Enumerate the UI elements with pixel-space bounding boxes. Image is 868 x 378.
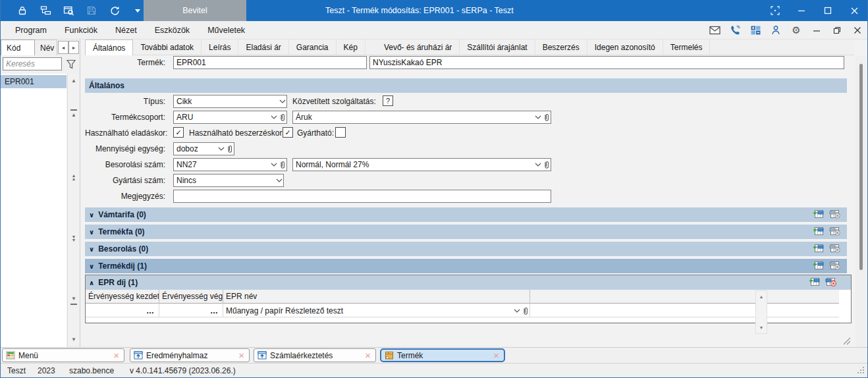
termekcsoport-name-combo[interactable]: Áruk — [292, 111, 551, 124]
hierarchy-icon[interactable] — [40, 5, 51, 16]
section-header-vamtarifa[interactable]: ∨ Vámtarifa (0) — [85, 207, 847, 222]
tab-idegen-azonosito[interactable]: Idegen azonosító — [587, 40, 663, 55]
phone-icon[interactable] — [729, 24, 741, 36]
column-header-ervenyesseg-vege[interactable]: Érvényesség vége — [159, 290, 223, 304]
window-resize-grip[interactable] — [857, 366, 865, 377]
save-icon[interactable] — [86, 5, 97, 16]
user-icon[interactable] — [770, 24, 782, 36]
scroll-up-icon[interactable]: ▲ — [68, 76, 80, 86]
vege-cell[interactable]: … — [159, 304, 223, 317]
epr-nev-combo[interactable]: Műanyag / papír Részletező teszt — [223, 306, 529, 315]
scrollbar-thumb[interactable] — [859, 64, 863, 270]
gyarthato-checkbox[interactable] — [335, 127, 346, 138]
column-header-epr-nev[interactable]: EPR név — [223, 290, 530, 304]
titlebar[interactable]: Bevitel Teszt - Termék módosítás: EPR001… — [1, 0, 867, 21]
resize-grip-icon[interactable] — [843, 337, 851, 347]
eladaskor-checkbox[interactable]: ✓ — [173, 127, 184, 138]
gyartasi-combo[interactable]: Nincs — [173, 174, 284, 187]
delete-row-icon[interactable] — [829, 261, 840, 270]
delete-row-icon[interactable] — [829, 227, 840, 236]
close-tab-icon[interactable]: × — [492, 351, 501, 360]
close-button[interactable] — [841, 0, 867, 21]
chevron-down-icon[interactable] — [533, 111, 542, 123]
add-row-icon[interactable] — [813, 227, 824, 236]
mennyisegi-combo[interactable]: doboz — [173, 142, 234, 155]
add-row-icon[interactable] — [813, 244, 824, 253]
close-tab-icon[interactable]: × — [112, 351, 121, 360]
maximize-button[interactable] — [815, 0, 841, 21]
chevron-down-icon[interactable] — [275, 175, 283, 186]
section-header-termekfa[interactable]: ∨ Termékfa (0) — [85, 225, 847, 239]
chevron-down-icon[interactable] — [269, 159, 278, 171]
paperclip-icon[interactable] — [278, 111, 286, 123]
bottom-tab-menu[interactable]: Menü × — [2, 348, 124, 362]
besorolasi-code-combo[interactable]: NN27 — [173, 158, 287, 171]
restore-icon[interactable] — [831, 24, 843, 36]
first-record-icon[interactable]: ▲ — [68, 108, 80, 117]
toolbar-dropdown-caret[interactable] — [132, 5, 144, 16]
bottom-tab-termek[interactable]: Termék × — [380, 348, 505, 362]
menu-program[interactable]: Program — [15, 26, 47, 35]
search-input[interactable] — [3, 57, 62, 70]
sidebar-prev-tab-button[interactable]: ◂ — [58, 41, 68, 54]
tab-szallitoi-arajanlat[interactable]: Szállítói árajánlat — [460, 40, 535, 55]
tab-leiras[interactable]: Leírás — [202, 40, 238, 55]
kozvetitett-checkbox[interactable]: ? — [383, 95, 393, 106]
beszerzeskor-checkbox[interactable]: ✓ — [283, 127, 293, 138]
close-tab-icon[interactable]: × — [364, 351, 372, 360]
epr-table-scrollbar[interactable]: ▲ ▼ — [755, 290, 767, 334]
refresh-icon[interactable] — [109, 5, 121, 16]
menu-nezet[interactable]: Nézet — [115, 26, 137, 35]
product-name-input[interactable] — [369, 56, 844, 69]
chevron-down-icon[interactable] — [512, 309, 521, 313]
scroll-up-icon[interactable]: ▲ — [756, 292, 767, 301]
chevron-down-icon[interactable] — [269, 111, 278, 123]
tab-kep[interactable]: Kép — [337, 40, 366, 55]
calculator-icon[interactable] — [749, 24, 761, 36]
bottom-tab-szamlaerkeztetes[interactable]: Számlaérkeztetés × — [254, 348, 376, 362]
filter-icon[interactable] — [65, 58, 77, 70]
epr-nev-cell[interactable]: Műanyag / papír Részletező teszt — [223, 304, 530, 317]
close-icon[interactable] — [852, 24, 863, 36]
besorolasi-name-combo[interactable]: Normál, Normál 27% — [292, 158, 551, 171]
termekcsoport-code-combo[interactable]: ARU — [173, 111, 287, 124]
tipus-combo[interactable]: Cikk — [173, 95, 287, 108]
sidebar-next-tab-button[interactable]: ▸ — [68, 41, 79, 54]
sidebar-tab-nev[interactable]: Név — [35, 40, 57, 55]
bottom-tab-eredmenyhalmaz[interactable]: Eredményhalmaz × — [130, 348, 250, 362]
tab-termeles[interactable]: Termelés — [663, 40, 711, 55]
paperclip-icon[interactable] — [542, 111, 551, 123]
product-code-input[interactable] — [173, 56, 367, 69]
epr-table-row[interactable]: … … Műanyag / papír Részletező teszt — [86, 304, 839, 317]
column-header-ervenyesseg-kezdete[interactable]: Érvényesség kezdete — [86, 290, 159, 304]
minimize-icon[interactable] — [811, 24, 823, 36]
tab-tovabbi-adatok[interactable]: További adatok — [133, 40, 202, 55]
gear-icon[interactable]: ⚙ — [790, 24, 802, 36]
delete-row-icon[interactable] — [825, 277, 836, 286]
paperclip-icon[interactable] — [278, 159, 286, 171]
chevron-down-icon[interactable] — [217, 143, 225, 155]
main-scrollbar[interactable] — [855, 56, 867, 347]
mail-icon[interactable] — [709, 24, 720, 36]
tab-eladasi-ar[interactable]: Eladási ár — [238, 40, 288, 55]
minimize-button[interactable] — [788, 0, 815, 21]
page-up-icon[interactable]: ▲▲ — [68, 173, 80, 182]
paperclip-icon[interactable] — [542, 159, 551, 171]
add-row-icon[interactable] — [809, 277, 820, 286]
megjegyzes-input[interactable] — [173, 190, 551, 203]
ellipsis-button[interactable]: … — [210, 305, 223, 317]
add-row-icon[interactable] — [813, 261, 824, 270]
chevron-down-icon[interactable] — [533, 159, 542, 171]
list-item[interactable]: EPR001 — [1, 75, 67, 88]
sidebar-tab-kod[interactable]: Kód — [1, 40, 35, 55]
close-tab-icon[interactable]: × — [237, 351, 246, 360]
capture-icon[interactable] — [762, 0, 788, 21]
tab-vevo-es-aruhazi-ar[interactable]: Vevő- és áruházi ár — [377, 40, 460, 55]
menu-muveletek[interactable]: Műveletek — [207, 26, 245, 35]
chevron-down-icon[interactable] — [278, 95, 286, 107]
paperclip-icon[interactable] — [225, 143, 234, 155]
window-search-icon[interactable] — [63, 5, 74, 16]
menu-eszkozok[interactable]: Eszközök — [155, 26, 190, 35]
lock-icon[interactable] — [16, 5, 28, 16]
kezdete-cell[interactable]: … — [86, 304, 159, 317]
